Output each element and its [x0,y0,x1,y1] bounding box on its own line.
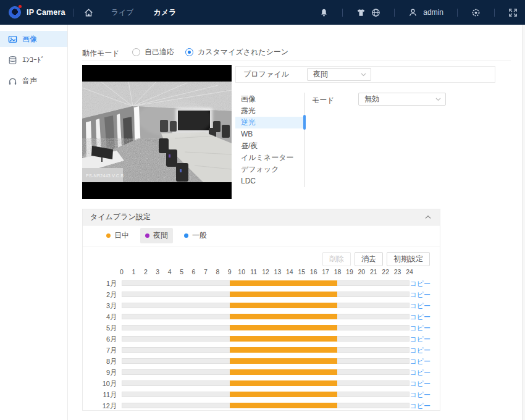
timeline-track[interactable] [122,392,410,397]
hour-axis: 0123456789101112131415161718192021222324 [122,268,410,276]
timeline-track[interactable] [122,380,410,386]
timeline-track[interactable] [122,280,410,286]
timeplan-header[interactable]: タイムプラン設定 [83,209,440,225]
divider [457,9,458,17]
mode-select[interactable]: 無効 [358,93,446,106]
mode-radio-1[interactable]: 自己適応 [132,47,174,57]
settings-icon[interactable] [471,8,481,17]
sidebar-item-image[interactable]: 画像 [0,31,67,47]
settings-menu-item[interactable]: WB [235,128,303,140]
schedule-segment[interactable] [230,292,337,297]
fullscreen-icon[interactable] [508,8,518,17]
copy-link[interactable]: コピー [410,311,430,322]
maintenance-icon[interactable] [356,8,366,17]
settings-menu-item[interactable]: デフォック [235,164,303,175]
divider [342,9,343,17]
copy-link[interactable]: コピー [410,278,430,289]
radio-label: カスタマイズされたシーン [198,47,288,57]
legend-label: 一般 [192,230,207,241]
topbar-tab-1[interactable]: ライブ [111,7,134,18]
hour-label: 18 [334,268,342,275]
settings-menu-item[interactable]: 逆光 [235,117,303,128]
camera-video-frame [82,82,232,182]
schedule-segment[interactable] [230,392,337,397]
copy-link[interactable]: コピー [410,334,430,345]
copy-link[interactable]: コピー [410,289,430,300]
timeline-row: 7月コピー [83,345,440,356]
schedule-segment[interactable] [230,380,337,386]
legend-item[interactable]: 夜間 [140,228,173,243]
settings-menu-item[interactable]: 画像 [235,93,303,105]
settings-menu-item[interactable]: 昼/夜 [235,140,303,152]
timeline-track[interactable] [122,336,410,342]
timeplan-panel: タイムプラン設定 日中夜間一般 削除消去初期設定 012345678910111… [82,209,440,411]
radio-icon [185,48,193,56]
legend-item[interactable]: 日中 [101,228,134,243]
timeline-track[interactable] [122,403,410,408]
camera-preview: PS-NR2443 V.C.B [82,65,232,199]
month-label: 7月 [83,345,117,356]
month-label: 9月 [83,367,117,378]
hour-label: 13 [274,268,282,275]
collapse-chevron-icon[interactable] [425,215,431,219]
schedule-segment[interactable] [230,369,337,375]
timeline-row: 1月コピー [83,278,440,289]
home-icon[interactable] [83,7,94,18]
timeline-track[interactable] [122,303,410,308]
sidebar-item-encode[interactable]: ｴﾝｺｰﾄﾞ [0,52,67,68]
timeline-track[interactable] [122,314,410,319]
mode-field-label: モード [312,95,335,106]
profile-select[interactable]: 夜間 [307,68,371,81]
timeline-track[interactable] [122,325,410,330]
month-label: 11月 [83,389,117,400]
username-label[interactable]: admin [423,8,443,17]
audio-icon [8,77,17,86]
month-label: 5月 [83,322,117,334]
default-button[interactable]: 初期設定 [387,252,430,266]
menu-scroll-indicator[interactable] [303,115,306,130]
copy-link[interactable]: コピー [410,322,430,334]
sidebar-item-audio[interactable]: 音声 [0,73,67,89]
schedule-segment[interactable] [230,358,337,364]
copy-link[interactable]: コピー [410,389,430,400]
timeline-track[interactable] [122,358,410,364]
copy-link[interactable]: コピー [410,300,430,311]
timeline-track[interactable] [122,347,410,353]
globe-icon[interactable] [371,8,380,17]
month-label: 4月 [83,311,117,322]
schedule-segment[interactable] [230,336,337,342]
schedule-segment[interactable] [230,347,337,353]
timeline-track[interactable] [122,369,410,375]
copy-link[interactable]: コピー [410,367,430,378]
mode-radio-2[interactable]: カスタマイズされたシーン [185,47,288,57]
profile-label: プロファイル [243,69,307,80]
clear-button[interactable]: 消去 [355,252,383,266]
legend-label: 日中 [114,230,129,241]
user-icon[interactable] [408,8,418,17]
topbar-tab-2[interactable]: カメラ [154,7,177,18]
timeline-row: 5月コピー [83,322,440,334]
timeline-row: 9月コピー [83,367,440,378]
topbar: IP Camera ライブカメラ admin [0,0,525,25]
settings-menu-item[interactable]: LDC [235,175,303,187]
hour-label: 9 [228,268,232,275]
month-label: 2月 [83,289,117,300]
schedule-segment[interactable] [230,314,337,319]
copy-link[interactable]: コピー [410,400,430,411]
copy-link[interactable]: コピー [410,345,430,356]
schedule-segment[interactable] [230,280,337,286]
hour-label: 5 [180,268,183,275]
page-scrollbar[interactable] [522,25,525,420]
schedule-segment[interactable] [230,325,337,330]
copy-link[interactable]: コピー [410,356,430,367]
osd-text: PS-NR2443 V.C.B [86,174,124,178]
timeline-track[interactable] [122,292,410,297]
settings-menu-item[interactable]: 露光 [235,105,303,117]
delete-button[interactable]: 削除 [322,252,351,266]
settings-menu-item[interactable]: イルミネーター [235,152,303,164]
bell-icon[interactable] [319,8,329,17]
legend-item[interactable]: 一般 [179,228,212,243]
copy-link[interactable]: コピー [410,378,430,389]
schedule-segment[interactable] [230,303,337,308]
schedule-segment[interactable] [230,403,337,408]
